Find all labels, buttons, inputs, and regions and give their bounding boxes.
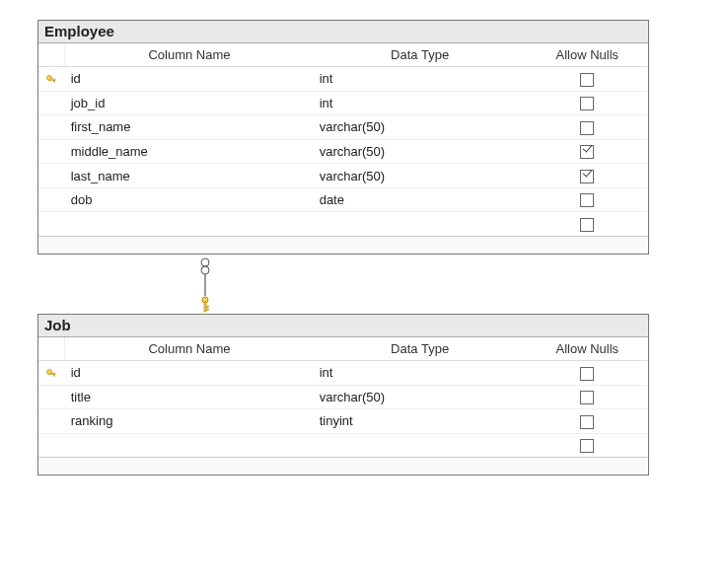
column-name[interactable]: ranking [65, 409, 314, 434]
key-icon [45, 368, 57, 380]
allow-nulls-checkbox[interactable] [580, 415, 594, 429]
header-row: Column Name Data Type Allow Nulls [38, 43, 648, 67]
column-name[interactable]: middle_name [65, 139, 314, 164]
allow-nulls-checkbox[interactable] [580, 121, 594, 135]
svg-point-4 [201, 266, 209, 274]
svg-rect-9 [206, 309, 209, 311]
column-name[interactable]: last_name [65, 164, 314, 188]
pk-cell [38, 360, 65, 385]
column-type[interactable]: varchar(50) [314, 139, 527, 164]
column-type[interactable]: int [314, 360, 527, 385]
allow-nulls-checkbox[interactable] [580, 193, 594, 207]
header-row: Column Name Data Type Allow Nulls [38, 337, 648, 361]
column-type[interactable]: int [314, 91, 527, 115]
svg-point-3 [201, 258, 209, 266]
column-type[interactable]: int [314, 67, 527, 92]
svg-rect-7 [204, 302, 206, 312]
allow-nulls-checkbox[interactable] [580, 97, 594, 110]
table-row-empty[interactable] [38, 212, 648, 236]
allow-nulls-checkbox[interactable] [580, 367, 594, 381]
table-row-empty[interactable] [38, 433, 648, 457]
column-type[interactable]: varchar(50) [314, 115, 527, 140]
header-key [38, 337, 65, 361]
table-row[interactable]: id int [38, 360, 648, 385]
header-name: Column Name [65, 43, 314, 67]
svg-rect-8 [206, 306, 209, 308]
column-name[interactable]: id [65, 67, 314, 92]
panel-title: Employee [38, 21, 648, 43]
key-icon [45, 74, 57, 86]
columns-grid: Column Name Data Type Allow Nulls id int… [38, 43, 648, 236]
table-row[interactable]: title varchar(50) [38, 385, 648, 409]
relationship-connector [37, 255, 649, 314]
column-name[interactable]: first_name [65, 115, 314, 140]
panel-footer [38, 457, 648, 474]
allow-nulls-checkbox[interactable] [580, 73, 594, 87]
column-type[interactable]: varchar(50) [314, 164, 527, 188]
columns-grid: Column Name Data Type Allow Nulls id int… [38, 337, 648, 457]
table-row[interactable]: job_id int [38, 91, 648, 115]
allow-nulls-checkbox[interactable] [580, 145, 594, 159]
header-nulls: Allow Nulls [527, 337, 648, 361]
column-type[interactable] [314, 212, 527, 236]
table-row[interactable]: id int [38, 67, 648, 92]
column-name[interactable]: dob [65, 187, 314, 212]
header-type: Data Type [314, 337, 527, 361]
header-key [38, 43, 65, 67]
allow-nulls-checkbox[interactable] [580, 170, 594, 183]
allow-nulls-cell [527, 67, 648, 92]
column-name[interactable] [65, 212, 314, 236]
table-row[interactable]: dob date [38, 187, 648, 212]
column-name[interactable]: job_id [65, 91, 314, 115]
allow-nulls-checkbox[interactable] [580, 391, 594, 404]
column-type[interactable]: varchar(50) [314, 385, 527, 409]
table-row[interactable]: middle_name varchar(50) [38, 139, 648, 164]
table-panel-employee: Employee Column Name Data Type Allow Nul… [37, 20, 649, 255]
column-name[interactable]: id [65, 360, 314, 385]
pk-cell [38, 67, 65, 92]
table-row[interactable]: first_name varchar(50) [38, 115, 648, 140]
svg-rect-2 [54, 80, 55, 82]
column-type[interactable]: tinyint [314, 409, 527, 434]
allow-nulls-checkbox[interactable] [580, 218, 594, 232]
column-type[interactable]: date [314, 187, 527, 212]
header-nulls: Allow Nulls [527, 43, 648, 67]
table-row[interactable]: last_name varchar(50) [38, 164, 648, 188]
column-name[interactable]: title [65, 385, 314, 409]
svg-rect-12 [54, 374, 55, 376]
panel-footer [38, 236, 648, 254]
header-type: Data Type [314, 43, 527, 67]
header-name: Column Name [65, 337, 314, 361]
allow-nulls-checkbox[interactable] [580, 439, 594, 453]
column-name[interactable] [65, 433, 314, 457]
panel-title: Job [38, 315, 648, 337]
table-panel-job: Job Column Name Data Type Allow Nulls id… [37, 314, 649, 475]
column-type[interactable] [314, 433, 527, 457]
table-row[interactable]: ranking tinyint [38, 409, 648, 434]
